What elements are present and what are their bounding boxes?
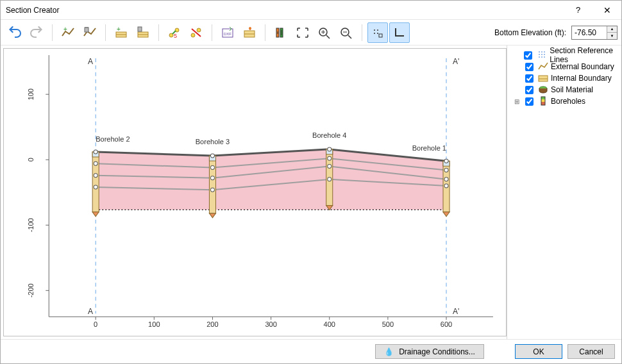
- content: 0100200300400500600-200-1000100AAA'A'Bor…: [1, 46, 621, 339]
- tree-item-section-reference-lines[interactable]: Section Reference Lines: [510, 49, 619, 61]
- svg-point-23: [377, 33, 378, 34]
- axis-mode-button[interactable]: [389, 22, 410, 43]
- tree-item-boreholes[interactable]: ⊞ Boreholes: [510, 95, 619, 107]
- titlebar: Section Creator ? ✕: [1, 1, 621, 20]
- svg-text:Borehole 4: Borehole 4: [312, 131, 346, 139]
- zoom-in-icon: [317, 26, 332, 39]
- svg-text:Borehole 3: Borehole 3: [196, 138, 230, 145]
- redo-icon: [29, 26, 44, 39]
- svg-rect-60: [209, 156, 215, 213]
- svg-point-70: [328, 156, 332, 160]
- window-title: Section Creator: [6, 6, 564, 15]
- add-external-button[interactable]: +: [58, 22, 78, 43]
- svg-point-65: [210, 188, 214, 192]
- svg-point-57: [94, 174, 97, 178]
- pick-mode-icon: [371, 26, 385, 39]
- svg-text:Borehole 2: Borehole 2: [96, 135, 130, 143]
- add-internal-button[interactable]: +: [111, 22, 131, 43]
- svg-rect-87: [541, 102, 545, 105]
- display-options-icon: [274, 26, 288, 39]
- delete-external-button[interactable]: [80, 22, 100, 43]
- snap-on-button[interactable]: 5: [164, 22, 185, 43]
- internal-boundary-icon: [538, 73, 548, 83]
- svg-point-22: [374, 33, 375, 34]
- svg-text:-100: -100: [27, 218, 35, 232]
- svg-point-11: [197, 28, 201, 32]
- pick-mode-button[interactable]: [367, 22, 388, 43]
- zoom-extents-icon: [296, 26, 310, 39]
- svg-text:0: 0: [27, 158, 35, 161]
- elevation-spinner[interactable]: ▲ ▼: [607, 26, 617, 39]
- tree-check[interactable]: [524, 51, 532, 60]
- zoom-extents-button[interactable]: [292, 22, 313, 43]
- svg-text:600: 600: [441, 320, 452, 328]
- svg-point-55: [94, 150, 97, 154]
- axis-mode-icon: [392, 26, 407, 39]
- svg-rect-1: [85, 28, 88, 32]
- external-boundary-icon: [538, 62, 548, 72]
- svg-rect-85: [541, 97, 545, 99]
- delete-internal-icon: [136, 26, 150, 39]
- svg-point-63: [210, 165, 214, 169]
- drainage-conditions-button[interactable]: 💧 Drainage Conditions...: [375, 344, 484, 359]
- svg-text:-200: -200: [27, 283, 35, 297]
- import-boreholes-button[interactable]: [239, 22, 260, 43]
- bottom-elevation-field[interactable]: ▲ ▼: [571, 26, 618, 40]
- ok-button[interactable]: OK: [515, 344, 562, 359]
- snap-off-button[interactable]: [186, 22, 206, 43]
- tree-label: Boreholes: [551, 97, 585, 106]
- display-options-button[interactable]: [271, 22, 291, 43]
- svg-point-20: [374, 29, 375, 31]
- bottom-elevation-input[interactable]: [572, 26, 607, 39]
- svg-point-62: [210, 154, 214, 158]
- tree-label: External Boundary: [551, 62, 614, 71]
- import-boreholes-icon: [242, 26, 256, 39]
- toolbar: + + 5 DXF: [1, 20, 621, 46]
- svg-text:+: +: [63, 26, 67, 33]
- tree-item-external-boundary[interactable]: External Boundary: [510, 61, 619, 72]
- window: Section Creator ? ✕ + + 5: [0, 0, 622, 364]
- svg-text:400: 400: [324, 320, 335, 328]
- import-dxf-button[interactable]: DXF: [217, 22, 238, 43]
- svg-text:DXF: DXF: [224, 32, 231, 36]
- tree-item-internal-boundary[interactable]: Internal Boundary: [510, 72, 619, 84]
- tree-check[interactable]: [525, 97, 534, 106]
- svg-text:300: 300: [265, 320, 276, 328]
- delete-external-icon: [83, 26, 97, 39]
- svg-rect-2: [85, 27, 88, 28]
- add-internal-icon: +: [114, 26, 128, 39]
- help-button[interactable]: ?: [564, 1, 593, 20]
- svg-text:+: +: [117, 26, 121, 33]
- add-external-icon: +: [61, 26, 75, 39]
- bottom-elevation-label: Bottom Elevation (ft):: [494, 28, 566, 37]
- svg-text:500: 500: [382, 320, 394, 328]
- svg-text:A: A: [88, 307, 93, 316]
- svg-text:A: A: [88, 57, 93, 66]
- tree-expander[interactable]: ⊞: [514, 98, 520, 105]
- undo-button[interactable]: [4, 22, 25, 43]
- svg-point-71: [328, 164, 332, 168]
- tree-check[interactable]: [525, 86, 534, 94]
- svg-point-69: [328, 147, 332, 151]
- tree-check[interactable]: [525, 74, 534, 83]
- svg-point-76: [444, 159, 448, 163]
- svg-text:Borehole 1: Borehole 1: [412, 144, 446, 152]
- svg-point-56: [94, 161, 97, 165]
- section-ref-icon: [537, 50, 547, 60]
- close-button[interactable]: ✕: [593, 1, 621, 20]
- svg-point-21: [377, 29, 378, 31]
- tree-item-soil-material[interactable]: Soil Material: [510, 84, 619, 95]
- svg-point-78: [444, 178, 448, 181]
- elevation-step-up[interactable]: ▲: [607, 26, 617, 33]
- svg-text:100: 100: [27, 88, 35, 100]
- cancel-button[interactable]: Cancel: [567, 344, 615, 359]
- elevation-step-down[interactable]: ▼: [607, 33, 617, 39]
- boreholes-icon: [538, 96, 548, 106]
- section-canvas[interactable]: 0100200300400500600-200-1000100AAA'A'Bor…: [4, 49, 506, 336]
- redo-button[interactable]: [26, 22, 47, 43]
- delete-internal-button[interactable]: [133, 22, 153, 43]
- zoom-in-button[interactable]: [314, 22, 335, 43]
- zoom-out-button[interactable]: [336, 22, 357, 43]
- tree-check[interactable]: [525, 63, 534, 71]
- layer-tree: Section Reference Lines External Boundar…: [507, 46, 621, 339]
